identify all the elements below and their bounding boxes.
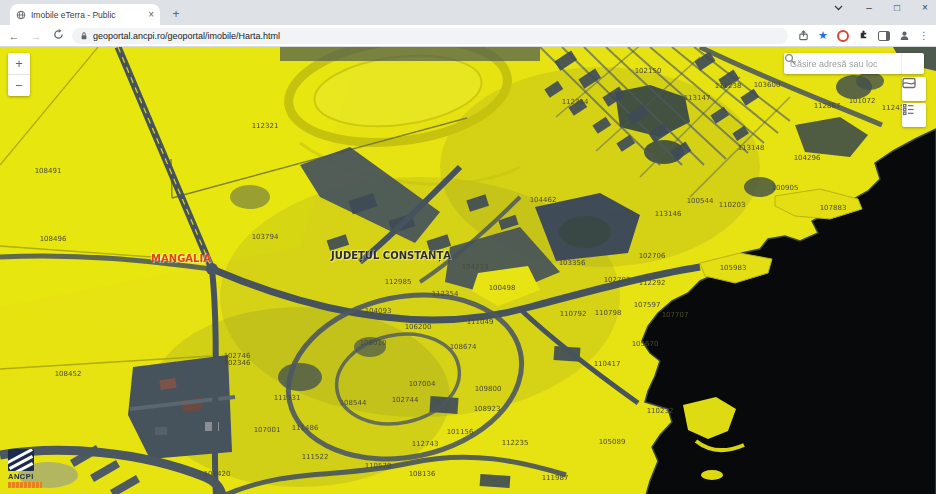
browser-window: Imobile eTerra - Public × + – □ × ← → ge…: [0, 0, 936, 494]
basemap-gallery-button[interactable]: [902, 77, 926, 101]
back-button[interactable]: ←: [6, 30, 22, 42]
close-tab-icon[interactable]: ×: [148, 10, 154, 20]
ancpi-logo-text: ANCPI: [8, 472, 48, 481]
zoom-out-button[interactable]: −: [8, 75, 30, 96]
maximize-button[interactable]: □: [890, 2, 904, 13]
islet: [701, 470, 723, 480]
side-panel-icon[interactable]: [878, 31, 890, 41]
menu-icon[interactable]: ⋮: [919, 30, 929, 41]
map-canvas[interactable]: 1123211084911084961037941123141044621021…: [0, 47, 936, 494]
map-art: [0, 47, 936, 494]
ancpi-logo-bar: [8, 482, 42, 488]
bookmark-star-icon[interactable]: ★: [818, 30, 828, 41]
map-zoom-control: + −: [8, 53, 30, 96]
close-window-button[interactable]: ×: [918, 2, 932, 13]
browser-tab[interactable]: Imobile eTerra - Public ×: [10, 4, 160, 25]
browser-toolbar: ← → geoportal.ancpi.ro/geoportal/imobile…: [0, 25, 936, 47]
ancpi-logo: ANCPI: [8, 449, 48, 488]
layer-list-button[interactable]: [902, 103, 926, 127]
forward-button[interactable]: →: [28, 30, 44, 42]
url-text: geoportal.ancpi.ro/geoportal/imobile/Har…: [93, 31, 280, 41]
search-input[interactable]: [784, 59, 901, 69]
extension-red-icon[interactable]: [837, 30, 849, 42]
layer-list-icon: [902, 103, 915, 116]
tab-title: Imobile eTerra - Public: [31, 10, 143, 20]
reload-button[interactable]: [50, 29, 66, 42]
minimize-button[interactable]: –: [862, 2, 876, 13]
basemap-gallery-icon: [902, 77, 916, 89]
extensions-icon[interactable]: [858, 27, 869, 45]
profile-icon[interactable]: [899, 27, 910, 45]
ancpi-logo-icon: [8, 449, 34, 471]
map-search: [784, 53, 924, 74]
tab-search-icon[interactable]: [834, 5, 848, 11]
toolbar-icons: ★ ⋮: [798, 27, 929, 45]
lock-icon: [80, 27, 88, 45]
share-icon[interactable]: [798, 27, 809, 45]
tab-strip: Imobile eTerra - Public × + – □ ×: [0, 0, 936, 25]
address-bar[interactable]: geoportal.ancpi.ro/geoportal/imobile/Har…: [72, 28, 788, 44]
zoom-in-button[interactable]: +: [8, 53, 30, 75]
search-icon[interactable]: [901, 53, 924, 74]
globe-favicon-icon: [16, 6, 26, 24]
new-tab-button[interactable]: +: [168, 6, 184, 22]
window-controls: – □ ×: [834, 2, 932, 13]
